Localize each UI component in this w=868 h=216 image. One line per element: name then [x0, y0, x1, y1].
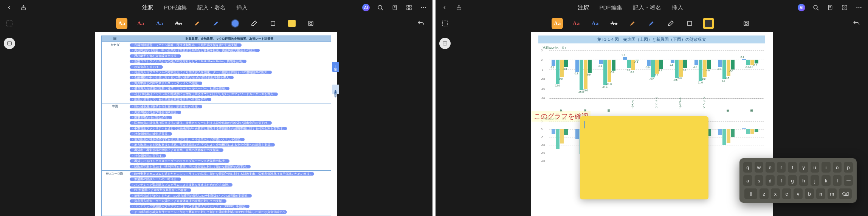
tab-pdf-edit[interactable]: PDF編集 [600, 4, 622, 11]
policy-table: 国 財政政策、金融政策、マクロ経済的金融措置、為替レート対策等 カナダ・所得保障… [101, 35, 331, 216]
marker-orange-icon[interactable] [192, 18, 203, 29]
share-icon[interactable] [20, 4, 27, 11]
color-circle-icon[interactable] [229, 18, 241, 29]
bookmark-icon[interactable] [826, 4, 834, 11]
bookmark-icon[interactable] [391, 4, 398, 11]
svg-rect-19 [845, 5, 847, 7]
document-area[interactable]: 第Ⅰ部 第１章 国 財政政策、金融政策、マクロ経済的金融措置、為替レート対策等 … [0, 32, 432, 216]
key-s[interactable]: s [755, 175, 764, 186]
app-right: 注釈 PDF編集 記入・署名 挿入 AI Aa Aa Aa Aa [436, 0, 868, 216]
sticky-note-tool[interactable] [703, 18, 714, 29]
strikethrough-tool[interactable]: Aa [173, 18, 184, 29]
page-side-tab-2[interactable]: 第１章 [332, 85, 339, 94]
key-l[interactable]: l [833, 175, 842, 186]
key-n[interactable]: n [816, 188, 825, 199]
sticky-note-icon[interactable] [286, 18, 298, 29]
key-ー[interactable]: ー [844, 175, 853, 186]
key-c[interactable]: c [782, 188, 791, 199]
select-rect-icon[interactable] [4, 18, 15, 29]
key-i[interactable]: i [822, 162, 831, 173]
key-j[interactable]: j [811, 175, 820, 186]
marker-blue-icon[interactable] [646, 18, 657, 29]
svg-point-8 [423, 7, 424, 8]
key-g[interactable]: g [788, 175, 797, 186]
key-y[interactable]: y [799, 162, 808, 173]
page-side-tab-1[interactable]: 第Ⅰ部 [332, 62, 339, 72]
key-o[interactable]: o [833, 162, 842, 173]
share-icon[interactable] [455, 4, 463, 11]
strikethrough-tool[interactable]: Aa [608, 18, 620, 29]
svg-rect-25 [442, 21, 448, 26]
ai-icon[interactable]: AI [798, 4, 805, 11]
undo-icon[interactable] [415, 18, 426, 29]
underline-red-tool[interactable]: Aa [135, 18, 146, 29]
tab-annotate[interactable]: 注釈 [578, 4, 589, 11]
underline-blue-tool[interactable]: Aa [589, 18, 601, 29]
svg-point-7 [421, 7, 422, 8]
search-icon[interactable] [812, 4, 820, 11]
tab-annotate[interactable]: 注釈 [142, 4, 153, 11]
back-icon[interactable] [5, 4, 13, 11]
key-q[interactable]: q [743, 162, 752, 173]
key-⇧[interactable]: ⇧ [744, 188, 757, 199]
select-rect-icon[interactable] [439, 18, 451, 29]
key-w[interactable]: w [755, 162, 764, 173]
key-v[interactable]: v [794, 188, 803, 199]
key-u[interactable]: u [811, 162, 820, 173]
svg-rect-6 [409, 8, 411, 10]
key-z[interactable]: z [760, 188, 769, 199]
policy-cell: ・欧州安定メカニズムを通じたクレジットラインの拡充。新たな投資計画に対する財政支… [128, 170, 331, 216]
stamp-icon[interactable] [741, 18, 752, 29]
chart-subtitle: （名目GDP比、％） [538, 45, 765, 51]
key-a[interactable]: a [743, 175, 752, 186]
tab-pdf-edit[interactable]: PDF編集 [164, 4, 187, 11]
key-r[interactable]: r [777, 162, 786, 173]
key-d[interactable]: d [766, 175, 775, 186]
col-policy: 財政政策、金融政策、マクロ経済的金融措置、為替レート対策等 [128, 36, 331, 42]
key-b[interactable]: b [805, 188, 814, 199]
marker-orange-icon[interactable] [627, 18, 639, 29]
more-icon[interactable] [855, 4, 863, 11]
tab-insert[interactable]: 挿入 [672, 4, 683, 11]
key-k[interactable]: k [822, 175, 831, 186]
marker-blue-icon[interactable] [211, 18, 222, 29]
chart-title: 第Ⅰ-1-1-4 図 先進国（上図）と新興国（下図）の財政収支 [538, 35, 765, 43]
crop-icon[interactable] [267, 18, 279, 29]
floating-keyboard[interactable]: qwertyuiopasdfghjklー⇧zxcvbnm⌫ [739, 158, 857, 203]
underline-red-tool[interactable]: Aa [570, 18, 582, 29]
ai-icon[interactable]: AI [362, 4, 370, 11]
eraser-icon[interactable] [248, 18, 260, 29]
tab-fill-sign[interactable]: 記入・署名 [633, 4, 661, 11]
document-area[interactable]: 第Ⅰ-1-1-4 図 先進国（上図）と新興国（下図）の財政収支 （名目GDP比、… [436, 32, 868, 216]
key-h[interactable]: h [799, 175, 808, 186]
back-icon[interactable] [441, 4, 448, 11]
key-p[interactable]: p [844, 162, 853, 173]
svg-rect-12 [308, 21, 313, 26]
key-e[interactable]: e [766, 162, 775, 173]
color-ring-icon[interactable] [722, 18, 733, 29]
highlight-tool[interactable]: Aa [116, 18, 127, 29]
eraser-icon[interactable] [665, 18, 676, 29]
key-⌫[interactable]: ⌫ [839, 188, 852, 199]
key-t[interactable]: t [788, 162, 797, 173]
crop-icon[interactable] [684, 18, 695, 29]
highlight-tool[interactable]: Aa [552, 18, 563, 29]
grid-icon[interactable] [841, 4, 848, 11]
sticky-note[interactable] [580, 116, 708, 199]
tab-fill-sign[interactable]: 記入・署名 [197, 4, 226, 11]
svg-rect-27 [744, 21, 749, 26]
key-x[interactable]: x [771, 188, 780, 199]
country-cell: EU/ユーロ圏 [102, 170, 128, 216]
search-icon[interactable] [377, 4, 384, 11]
key-f[interactable]: f [777, 175, 786, 186]
svg-point-16 [814, 5, 817, 9]
stamp-icon[interactable] [305, 18, 316, 29]
tab-insert[interactable]: 挿入 [236, 4, 248, 11]
app-left: 注釈 PDF編集 記入・署名 挿入 AI Aa Aa Aa Aa [0, 0, 432, 216]
svg-rect-3 [407, 5, 409, 7]
underline-blue-tool[interactable]: Aa [154, 18, 165, 29]
grid-icon[interactable] [405, 4, 413, 11]
key-m[interactable]: m [828, 188, 837, 199]
more-icon[interactable] [420, 4, 427, 11]
undo-icon[interactable] [851, 18, 862, 29]
